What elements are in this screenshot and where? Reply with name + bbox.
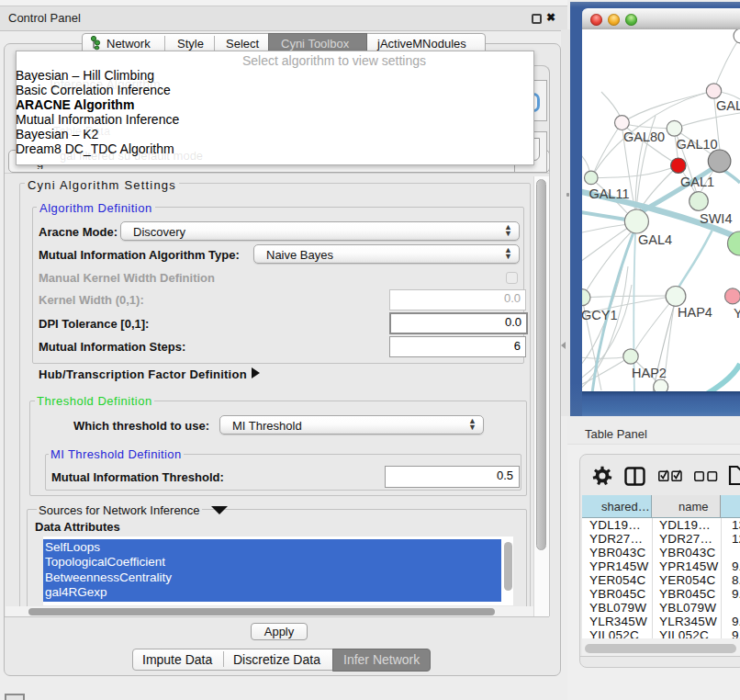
svg-text:GAL10: GAL10 (677, 137, 718, 152)
svg-text:HAP2: HAP2 (632, 366, 667, 380)
svg-text:Y: Y (734, 306, 740, 321)
svg-text:GAL4: GAL4 (638, 232, 672, 247)
svg-text:GAL7: GAL7 (716, 98, 740, 113)
svg-text:SWI4: SWI4 (700, 211, 732, 226)
svg-text:GAL1: GAL1 (680, 175, 714, 189)
svg-text:GAL80: GAL80 (623, 130, 665, 144)
svg-text:HAP4: HAP4 (678, 305, 712, 320)
svg-text:GAL11: GAL11 (589, 186, 629, 201)
svg-text:GCY1: GCY1 (582, 308, 618, 322)
